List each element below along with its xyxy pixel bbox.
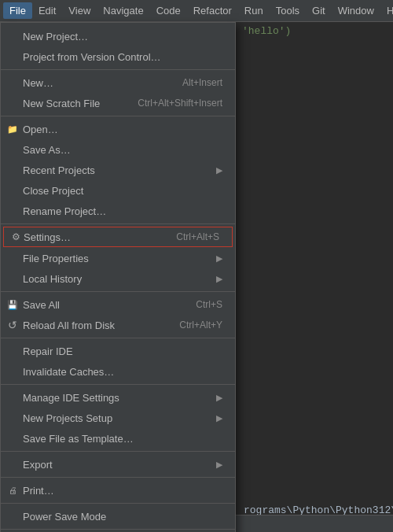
menu-item-invalidate-caches[interactable]: Invalidate Caches…	[1, 361, 235, 382]
reload-all-shortcut: Ctrl+Alt+Y	[179, 320, 222, 331]
menu-bar-git[interactable]: Git	[306, 2, 332, 19]
invalidate-caches-label: Invalidate Caches…	[23, 366, 222, 378]
menu-item-export[interactable]: Export ▶	[1, 454, 235, 475]
save-all-icon	[6, 297, 20, 312]
menu-item-new[interactable]: New… Alt+Insert	[1, 72, 235, 93]
editor-string: 'hello')	[242, 25, 291, 37]
menu-item-new-project[interactable]: New Project…	[1, 26, 235, 46]
separator-3	[1, 224, 235, 224]
new-projects-setup-label: New Projects Setup	[23, 412, 210, 424]
menu-bar-navigate[interactable]: Navigate	[97, 2, 149, 19]
menu-item-open[interactable]: Open…	[1, 119, 235, 139]
settings-label: Settings…	[24, 231, 160, 243]
menu-bar-refactor[interactable]: Refactor	[187, 2, 238, 19]
new-shortcut: Alt+Insert	[182, 77, 222, 88]
menu-bar-tools[interactable]: Tools	[270, 2, 306, 19]
repair-ide-label: Repair IDE	[23, 345, 222, 357]
new-scratch-file-shortcut: Ctrl+Alt+Shift+Insert	[138, 98, 222, 109]
menu-item-manage-ide-settings[interactable]: Manage IDE Settings ▶	[1, 387, 235, 408]
power-save-mode-label: Power Save Mode	[23, 511, 222, 523]
menu-item-rename-project[interactable]: Rename Project…	[1, 201, 235, 221]
close-project-label: Close Project	[23, 185, 222, 197]
manage-ide-settings-arrow: ▶	[216, 393, 222, 403]
new-projects-setup-arrow: ▶	[216, 413, 222, 423]
menu-item-reload-all[interactable]: Reload All from Disk Ctrl+Alt+Y	[1, 315, 235, 335]
open-label: Open…	[23, 124, 222, 135]
separator-2	[1, 116, 235, 116]
recent-projects-arrow: ▶	[216, 165, 222, 175]
menu-item-file-properties[interactable]: File Properties ▶	[1, 248, 235, 268]
menu-bar-help[interactable]: Help	[380, 2, 393, 19]
settings-shortcut: Ctrl+Alt+S	[176, 231, 219, 242]
menu-item-project-from-vcs[interactable]: Project from Version Control…	[1, 46, 235, 67]
separator-8	[1, 477, 235, 478]
separator-7	[1, 451, 235, 452]
menu-item-repair-ide[interactable]: Repair IDE	[1, 341, 235, 361]
menu-item-settings[interactable]: Settings… Ctrl+Alt+S	[3, 227, 233, 247]
menu-item-save-file-as-template[interactable]: Save File as Template…	[1, 428, 235, 449]
menu-bar-edit[interactable]: Edit	[32, 2, 62, 19]
rename-project-label: Rename Project…	[23, 205, 222, 217]
file-properties-label: File Properties	[23, 253, 210, 264]
menu-item-save-as[interactable]: Save As…	[1, 139, 235, 160]
menu-item-print[interactable]: Print…	[1, 480, 235, 501]
new-scratch-file-label: New Scratch File	[23, 98, 122, 109]
menu-bar-run[interactable]: Run	[238, 2, 270, 19]
separator-6	[1, 384, 235, 385]
file-properties-arrow: ▶	[216, 253, 222, 264]
menu-item-save-all[interactable]: Save All Ctrl+S	[1, 294, 235, 315]
menu-bar-code[interactable]: Code	[150, 2, 187, 19]
separator-10	[1, 529, 235, 530]
menu-bar: File Edit View Navigate Code Refactor Ru…	[0, 0, 393, 22]
local-history-label: Local History	[23, 273, 210, 285]
menu-item-new-scratch-file[interactable]: New Scratch File Ctrl+Alt+Shift+Insert	[1, 93, 235, 113]
folder-icon	[6, 122, 20, 136]
menu-bar-view[interactable]: View	[62, 2, 97, 19]
export-arrow: ▶	[216, 460, 222, 470]
manage-ide-settings-label: Manage IDE Settings	[23, 392, 210, 404]
menu-item-close-project[interactable]: Close Project	[1, 180, 235, 201]
new-project-label: New Project…	[23, 31, 222, 42]
new-label: New…	[23, 77, 167, 89]
reload-all-label: Reload All from Disk	[23, 320, 163, 331]
separator-4	[1, 291, 235, 292]
reload-icon	[6, 318, 20, 332]
print-label: Print…	[23, 485, 222, 497]
separator-5	[1, 338, 235, 338]
editor-code-line: 'hello')	[236, 22, 393, 40]
menu-item-recent-projects[interactable]: Recent Projects ▶	[1, 160, 235, 180]
project-from-vcs-label: Project from Version Control…	[23, 51, 222, 63]
menu-item-new-projects-setup[interactable]: New Projects Setup ▶	[1, 408, 235, 428]
save-all-shortcut: Ctrl+S	[196, 299, 222, 310]
export-label: Export	[23, 459, 210, 471]
printer-icon	[6, 483, 20, 497]
local-history-arrow: ▶	[216, 274, 222, 284]
menu-item-power-save-mode[interactable]: Power Save Mode	[1, 506, 235, 526]
menu-bar-file[interactable]: File	[3, 2, 32, 19]
separator-9	[1, 503, 235, 504]
gear-icon	[9, 230, 23, 244]
menu-bar-window[interactable]: Window	[332, 2, 380, 19]
menu-item-local-history[interactable]: Local History ▶	[1, 268, 235, 289]
save-all-label: Save All	[23, 299, 180, 311]
editor-area: 'hello')	[236, 22, 393, 532]
separator-1	[1, 69, 235, 70]
file-menu-dropdown: New Project… Project from Version Contro…	[0, 22, 236, 532]
recent-projects-label: Recent Projects	[23, 164, 210, 176]
save-file-as-template-label: Save File as Template…	[23, 433, 222, 445]
save-as-label: Save As…	[23, 144, 222, 156]
